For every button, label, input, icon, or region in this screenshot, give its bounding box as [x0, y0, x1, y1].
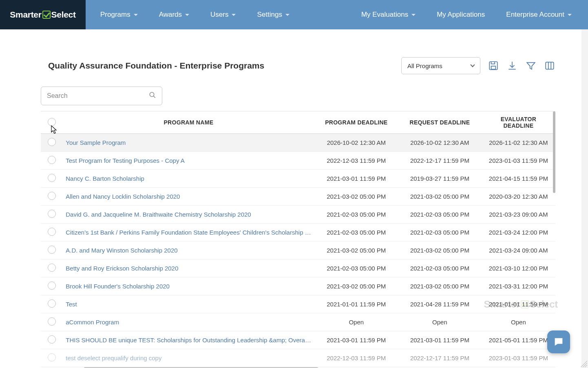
- row-select-radio[interactable]: [48, 174, 56, 182]
- col-program-name[interactable]: PROGRAM NAME: [62, 111, 314, 134]
- search-icon[interactable]: [149, 91, 156, 100]
- program-name-cell: Your Sample Program: [62, 134, 314, 152]
- chat-button[interactable]: [547, 330, 570, 353]
- request-deadline-cell: 2019-03-27 11:59 PM: [398, 170, 482, 188]
- nav-item-enterprise-account[interactable]: Enterprise Account: [495, 0, 582, 29]
- nav-item-my-applications[interactable]: My Applications: [426, 0, 495, 29]
- program-link[interactable]: Test Program for Testing Purposes - Copy…: [66, 157, 311, 164]
- program-link[interactable]: aCommon Program: [66, 319, 311, 326]
- nav-item-users[interactable]: Users: [200, 0, 246, 29]
- save-icon[interactable]: [488, 60, 499, 71]
- program-link[interactable]: Your Sample Program: [66, 139, 311, 146]
- col-evaluator-deadline[interactable]: EVALUATOR DEADLINE: [482, 111, 555, 134]
- row-select-radio[interactable]: [48, 156, 56, 164]
- nav-item-programs[interactable]: Programs: [90, 0, 148, 29]
- program-name-cell: Brook Hill Founder's Scholarship 2020: [62, 277, 314, 295]
- page-scrollbar[interactable]: [581, 29, 588, 368]
- evaluator-deadline-cell: 2021-03-24 09:00 AM: [482, 242, 555, 259]
- col-request-deadline[interactable]: REQUEST DEADLINE: [398, 111, 482, 134]
- evaluator-deadline-cell: 2021-05-01 11:59 PM: [482, 331, 555, 349]
- select-all-radio[interactable]: [48, 118, 56, 126]
- program-link[interactable]: David G. and Jacqueline M. Braithwaite C…: [66, 211, 311, 218]
- caret-down-icon: [185, 14, 189, 16]
- row-select-radio[interactable]: [48, 138, 56, 146]
- program-deadline-cell: 2021-03-01 11:59 PM: [314, 170, 398, 188]
- program-deadline-cell: 2021-03-02 05:00 PM: [314, 277, 398, 295]
- nav-item-my-evaluations[interactable]: My Evaluations: [351, 0, 426, 29]
- row-select-radio[interactable]: [48, 317, 56, 326]
- columns-icon[interactable]: [544, 60, 555, 71]
- row-select-cell: [41, 331, 62, 349]
- request-deadline-cell: 2021-02-03 05:00 PM: [398, 259, 482, 277]
- program-name-cell: aCommon Program: [62, 313, 314, 331]
- row-select-radio[interactable]: [48, 192, 56, 200]
- evaluator-deadline-cell: 2021-03-23 09:00 AM: [482, 206, 555, 224]
- program-name-cell: Betty and Roy Erickson Scholarship 2020: [62, 259, 314, 277]
- program-link[interactable]: THIS SHOULD BE unique TEST: Scholarships…: [66, 337, 311, 344]
- download-icon[interactable]: [506, 60, 518, 71]
- table-row: David G. and Jacqueline M. Braithwaite C…: [41, 206, 555, 224]
- svg-line-6: [153, 96, 155, 98]
- row-select-cell: [41, 206, 62, 224]
- request-deadline-cell: 2021-02-03 05:00 PM: [398, 224, 482, 242]
- caret-down-icon: [285, 14, 290, 16]
- evaluator-deadline-cell: 2021-03-24 12:00 PM: [482, 224, 555, 242]
- filter-icon[interactable]: [525, 60, 537, 71]
- program-name-cell: THIS SHOULD BE unique TEST: Scholarships…: [62, 331, 314, 349]
- row-select-cell: [41, 224, 62, 242]
- evaluator-deadline-cell: 2023-01-03 11:59 PM: [482, 152, 555, 170]
- row-select-radio[interactable]: [48, 264, 56, 272]
- row-select-cell: [41, 170, 62, 188]
- program-link[interactable]: Citizen's 1st Bank / Perkins Family Foun…: [66, 229, 311, 236]
- program-name-cell: A.D. and Mary Winston Scholarship 2020: [62, 242, 314, 259]
- row-select-cell: [41, 295, 62, 313]
- row-select-radio[interactable]: [48, 335, 56, 344]
- nav-item-awards[interactable]: Awards: [148, 0, 200, 29]
- logo[interactable]: SmarterSelect: [0, 0, 86, 29]
- search-input[interactable]: [47, 92, 149, 100]
- nav-item-label: Settings: [257, 11, 282, 19]
- program-link[interactable]: test deselect prequalify during copy: [66, 355, 311, 361]
- program-deadline-cell: 2021-02-03 05:00 PM: [314, 206, 398, 224]
- program-name-cell: Citizen's 1st Bank / Perkins Family Foun…: [62, 224, 314, 242]
- request-deadline-cell: 2022-12-17 11:59 PM: [398, 349, 482, 367]
- program-link[interactable]: Nancy C. Barton Scholarship: [66, 175, 311, 182]
- program-deadline-cell: 2022-12-03 11:59 PM: [314, 152, 398, 170]
- logo-text-2: Select: [51, 10, 76, 19]
- program-deadline-cell: 2021-01-01 11:59 PM: [314, 295, 398, 313]
- evaluator-deadline-cell: Open: [482, 313, 555, 331]
- table-row: test deselect prequalify during copy2022…: [41, 349, 555, 367]
- row-select-radio[interactable]: [48, 246, 56, 254]
- logo-text-1: Smarter: [10, 10, 41, 19]
- col-select-all: [41, 111, 62, 134]
- program-link[interactable]: Betty and Roy Erickson Scholarship 2020: [66, 265, 311, 272]
- row-select-radio[interactable]: [48, 282, 56, 290]
- nav-item-settings[interactable]: Settings: [246, 0, 300, 29]
- col-program-deadline[interactable]: PROGRAM DEADLINE: [314, 111, 398, 134]
- evaluator-deadline-cell: 2021-03-31 12:00 PM: [482, 277, 555, 295]
- row-select-radio[interactable]: [48, 228, 56, 236]
- table-row: Brook Hill Founder's Scholarship 2020202…: [41, 277, 555, 295]
- program-link[interactable]: Brook Hill Founder's Scholarship 2020: [66, 283, 311, 290]
- row-select-cell: [41, 188, 62, 206]
- logo-check-icon: [42, 11, 51, 19]
- program-name-cell: David G. and Jacqueline M. Braithwaite C…: [62, 206, 314, 224]
- nav-item-label: Awards: [159, 11, 182, 19]
- program-link[interactable]: Allen and Nancy Locklin Scholarship 2020: [66, 193, 311, 200]
- program-link[interactable]: A.D. and Mary Winston Scholarship 2020: [66, 247, 311, 254]
- row-select-radio[interactable]: [48, 210, 56, 218]
- program-filter-value: All Programs: [407, 62, 442, 69]
- program-link[interactable]: Test: [66, 301, 311, 308]
- table-row: aCommon ProgramOpenOpenOpen: [41, 313, 555, 331]
- program-name-cell: Test: [62, 295, 314, 313]
- table-row: Allen and Nancy Locklin Scholarship 2020…: [41, 188, 555, 206]
- table-vertical-scrollbar[interactable]: [553, 111, 555, 193]
- row-select-cell: [41, 259, 62, 277]
- row-select-radio[interactable]: [48, 299, 56, 308]
- chevron-down-icon: [470, 62, 475, 67]
- row-select-cell: [41, 349, 62, 367]
- row-select-radio[interactable]: [48, 353, 56, 361]
- nav-item-label: My Evaluations: [361, 11, 408, 19]
- program-filter-select[interactable]: All Programs: [401, 57, 480, 74]
- request-deadline-cell: 2022-12-17 11:59 PM: [398, 152, 482, 170]
